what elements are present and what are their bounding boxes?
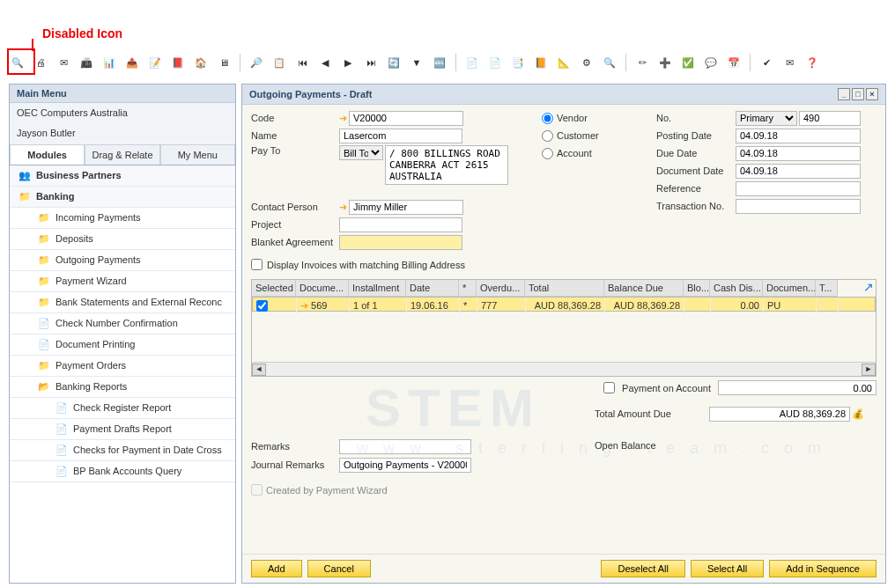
grid-header[interactable]: Date xyxy=(406,280,459,297)
remarks-input[interactable] xyxy=(339,439,471,454)
doc-input[interactable] xyxy=(736,164,861,179)
tree-item-check-register-report[interactable]: 📄Check Register Report xyxy=(10,398,235,419)
no-input[interactable] xyxy=(799,111,861,126)
journal-input[interactable] xyxy=(339,458,471,473)
grid-header[interactable]: Total xyxy=(525,280,604,297)
tree-item-payment-wizard[interactable]: 📁Payment Wizard xyxy=(10,271,235,292)
add-in-sequence-button[interactable]: Add in Sequence xyxy=(769,560,877,577)
tree-item-banking-reports[interactable]: 📂Banking Reports xyxy=(10,377,235,398)
close-button[interactable]: × xyxy=(866,88,878,100)
maximize-button[interactable]: □ xyxy=(852,88,864,100)
translate-icon[interactable]: 🔤 xyxy=(431,54,448,71)
link-arrow-icon[interactable]: ➜ xyxy=(339,202,347,213)
grid-header[interactable]: Installment xyxy=(349,280,406,297)
tree-item-incoming-payments[interactable]: 📁Incoming Payments xyxy=(10,208,235,229)
tree-item-check-number-confirmation[interactable]: 📄Check Number Confirmation xyxy=(10,313,235,334)
tree-item-payment-orders[interactable]: 📁Payment Orders xyxy=(10,356,235,377)
alerts-icon[interactable]: ✔ xyxy=(758,54,775,71)
calendar-icon[interactable]: 📅 xyxy=(725,54,743,71)
tree-item-checks-for-payment-in-date-cross[interactable]: 📄Checks for Payment in Date Cross xyxy=(10,440,235,461)
tree-item-bp-bank-accounts-query[interactable]: 📄BP Bank Accounts Query xyxy=(10,461,235,482)
contact-input[interactable] xyxy=(349,200,463,215)
screen-layout-icon[interactable]: 🖥 xyxy=(215,54,233,71)
first-record-icon[interactable]: ⏮ xyxy=(293,54,311,71)
filter-icon[interactable]: 📋 xyxy=(270,54,288,71)
scroll-right-button[interactable]: ► xyxy=(862,364,876,376)
tree-item-outgoing-payments[interactable]: 📁Outgoing Payments xyxy=(10,250,235,271)
select-all-button[interactable]: Select All xyxy=(691,560,764,577)
tree-item-deposits[interactable]: 📁Deposits xyxy=(10,229,235,250)
due-input[interactable] xyxy=(736,146,861,161)
payto-select[interactable]: Bill To xyxy=(339,145,383,160)
find-icon[interactable]: 🔎 xyxy=(248,54,265,71)
export-excel-icon[interactable]: 📊 xyxy=(100,54,118,71)
export-xml-icon[interactable]: 📤 xyxy=(123,54,141,71)
tree-item-payment-drafts-report[interactable]: 📄Payment Drafts Report xyxy=(10,419,235,440)
row-select-checkbox[interactable] xyxy=(256,300,268,312)
cancel-button[interactable]: Cancel xyxy=(307,560,371,577)
grid-header[interactable]: Documen... xyxy=(763,280,816,297)
tab-drag-relate[interactable]: Drag & Relate xyxy=(85,144,159,165)
prev-record-icon[interactable]: ◀ xyxy=(316,54,334,71)
next-record-icon[interactable]: ▶ xyxy=(339,54,357,71)
no-select[interactable]: Primary xyxy=(736,111,797,126)
print-icon[interactable]: 🖨 xyxy=(32,54,49,71)
base-doc-icon[interactable]: 📙 xyxy=(532,54,550,71)
project-input[interactable] xyxy=(339,217,462,232)
blanket-input[interactable] xyxy=(339,235,462,250)
posting-input[interactable] xyxy=(736,129,861,143)
tree-item-business-partners[interactable]: 👥Business Partners xyxy=(10,165,235,187)
display-invoices-checkbox[interactable] xyxy=(251,259,263,270)
tree-item-bank-statements-and-external-reconc[interactable]: 📁Bank Statements and External Reconc xyxy=(10,292,235,313)
form-settings-icon[interactable]: ⚙ xyxy=(578,54,595,71)
preview-icon[interactable]: 🔍 xyxy=(9,54,26,71)
customer-radio[interactable] xyxy=(542,130,553,142)
layout-designer-icon[interactable]: 🔍 xyxy=(601,54,618,71)
tree-item-banking[interactable]: 📁Banking xyxy=(10,187,235,208)
inbox-icon[interactable]: ✉ xyxy=(780,54,798,71)
minimize-button[interactable]: _ xyxy=(838,88,850,100)
email-icon[interactable]: ✉ xyxy=(55,54,72,71)
code-input[interactable] xyxy=(349,111,463,126)
refresh-icon[interactable]: 🔄 xyxy=(385,54,403,71)
address-textarea[interactable] xyxy=(385,145,508,185)
grid-scrollbar[interactable]: ◄ ► xyxy=(252,362,876,376)
expand-icon[interactable]: ↗ xyxy=(863,280,874,294)
name-input[interactable] xyxy=(339,129,462,143)
tab-modules[interactable]: Modules xyxy=(10,144,85,165)
grid-header[interactable]: Balance Due xyxy=(604,280,684,297)
word-icon[interactable]: 📝 xyxy=(146,54,164,71)
payment-on-account-checkbox[interactable] xyxy=(603,382,615,393)
deselect-all-button[interactable]: Deselect All xyxy=(601,560,684,577)
account-radio[interactable] xyxy=(542,148,553,159)
copy-from-icon[interactable]: 📄 xyxy=(463,54,481,71)
ref-input[interactable] xyxy=(736,181,861,196)
target-doc-icon[interactable]: 📐 xyxy=(555,54,573,71)
sort-icon[interactable]: ▼ xyxy=(408,54,425,71)
grid-header[interactable]: * xyxy=(459,280,477,297)
link-arrow-icon[interactable]: ➜ xyxy=(339,113,347,124)
edit-icon[interactable]: ✏ xyxy=(633,54,651,71)
pdf-icon[interactable]: 📕 xyxy=(169,54,187,71)
grid-header[interactable]: Overdu... xyxy=(477,280,525,297)
trans-input[interactable] xyxy=(736,199,861,214)
grid-header[interactable]: Cash Dis... xyxy=(710,280,763,297)
grid-header[interactable]: T... xyxy=(816,280,838,297)
last-record-icon[interactable]: ⏭ xyxy=(362,54,380,71)
scroll-left-button[interactable]: ◄ xyxy=(252,364,266,376)
vendor-radio[interactable] xyxy=(542,113,553,124)
fax-icon[interactable]: 📠 xyxy=(78,54,95,71)
grid-header[interactable]: Blo... xyxy=(684,280,710,297)
messages-icon[interactable]: 💬 xyxy=(702,54,720,71)
payment-on-account-input[interactable] xyxy=(718,380,877,395)
tree-item-document-printing[interactable]: 📄Document Printing xyxy=(10,334,235,356)
help-icon[interactable]: ❓ xyxy=(803,54,821,71)
add-icon[interactable]: ➕ xyxy=(656,54,674,71)
copy-to-icon[interactable]: 📄 xyxy=(486,54,504,71)
approve-icon[interactable]: ✅ xyxy=(679,54,697,71)
grid-header[interactable]: Docume... xyxy=(296,280,349,297)
coin-icon[interactable]: 💰 xyxy=(852,408,864,420)
grid-header[interactable]: Selected xyxy=(252,280,296,297)
lock-icon[interactable]: 🏠 xyxy=(192,54,210,71)
tab-my-menu[interactable]: My Menu xyxy=(160,144,235,165)
